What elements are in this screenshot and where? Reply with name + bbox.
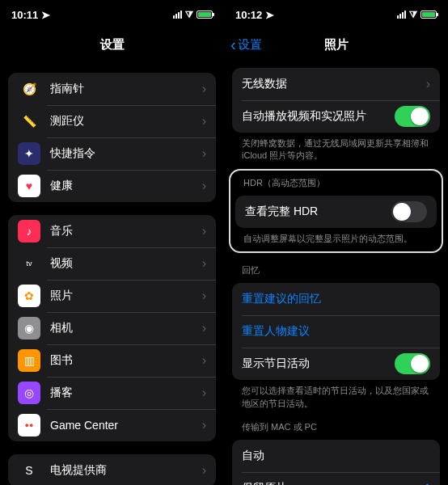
settings-root-panel: 10:11 ➤ ⧩ 设置 🧭指南针›📏测距仪›✦快捷指令›♥健康›♪音乐›tv视… [0, 0, 224, 485]
settings-row[interactable]: ●●Game Center› [8, 409, 216, 441]
show-holiday-row[interactable]: 显示节日活动 [232, 348, 440, 380]
row-label: 快捷指令 [50, 146, 202, 161]
chevron-right-icon: › [202, 146, 206, 161]
nav-bar: 设置 [0, 29, 224, 60]
cellular-group: 无线数据›自动播放视频和实况照片 [232, 68, 440, 133]
chevron-right-icon: › [202, 82, 206, 96]
row-label: 图书 [50, 353, 202, 368]
status-bar: 10:11 ➤ ⧩ [0, 0, 224, 29]
settings-group: ♪音乐›tv视频›✿照片›◉相机›▥图书›◎播客›●●Game Center› [8, 215, 216, 441]
gamecenter-icon: ●● [18, 414, 40, 436]
transfer-option-row[interactable]: 自动 [232, 440, 440, 472]
row-label: 照片 [50, 289, 202, 303]
settings-row[interactable]: ◎播客› [8, 377, 216, 409]
settings-row[interactable]: ◉相机› [8, 312, 216, 344]
chevron-right-icon: › [202, 418, 206, 432]
checkmark-icon: ✓ [420, 480, 430, 485]
row-label: 电视提供商 [50, 463, 202, 478]
holiday-footer: 您可以选择查看适时的节日活动，以及您国家或地区的节日活动。 [224, 380, 448, 410]
chevron-right-icon: › [202, 256, 206, 271]
settings-row[interactable]: S电视提供商› [8, 454, 216, 485]
row-label: 自动 [242, 449, 430, 463]
transfer-option-row[interactable]: 保留原片✓ [232, 472, 440, 485]
settings-group: 🧭指南针›📏测距仪›✦快捷指令›♥健康› [8, 73, 216, 202]
row-label: 查看完整 HDR [245, 205, 391, 219]
settings-row[interactable]: ♪音乐› [8, 215, 216, 247]
cellular-icon [173, 11, 182, 19]
back-label: 设置 [238, 37, 262, 53]
row-label: 健康 [50, 179, 202, 193]
settings-group: S电视提供商› [8, 454, 216, 485]
row-label: 显示节日活动 [242, 356, 395, 371]
chevron-right-icon: › [202, 224, 206, 238]
compass-icon: 🧭 [18, 78, 40, 100]
settings-row[interactable]: tv视频› [8, 247, 216, 280]
row-label: 无线数据 [242, 77, 426, 91]
status-indicators: ⧩ [173, 9, 213, 20]
hdr-footer: 自动调整屏幕以完整显示照片的动态范围。 [230, 228, 442, 245]
hdr-highlight: HDR（高动态范围） 查看完整 HDR 自动调整屏幕以完整显示照片的动态范围。 [229, 169, 443, 253]
battery-icon [421, 11, 437, 19]
toggle[interactable] [395, 106, 430, 127]
tv-icon: tv [18, 252, 40, 275]
wifi-icon: ⧩ [185, 9, 193, 20]
transfer-header: 传输到 MAC 或 PC [224, 410, 448, 436]
row-label: 重置建议的回忆 [242, 292, 430, 306]
chevron-right-icon: › [202, 114, 206, 129]
reset-link-row[interactable]: 重置人物建议 [232, 315, 440, 348]
page-title: 照片 [324, 37, 349, 53]
books-icon: ▥ [18, 349, 40, 372]
row-label: 自动播放视频和实况照片 [242, 109, 395, 124]
chevron-right-icon: › [202, 386, 206, 400]
cellular-footer: 关闭蜂窝数据，通过无线局域网更新共享相簿和 iCloud 照片等内容。 [224, 133, 448, 162]
row-label: 保留原片 [242, 481, 420, 485]
row-label: Game Center [50, 419, 202, 432]
settings-row[interactable]: 无线数据› [232, 68, 440, 100]
podcasts-icon: ◎ [18, 382, 40, 404]
back-button[interactable]: ‹ 设置 [230, 36, 262, 54]
wifi-icon: ⧩ [409, 9, 417, 20]
battery-icon [197, 11, 213, 19]
camera-icon: ◉ [18, 317, 40, 340]
settings-row[interactable]: ✦快捷指令› [8, 137, 216, 170]
photos-icon: ✿ [18, 285, 40, 307]
tvprovider-icon: S [18, 459, 40, 482]
location-icon: ➤ [41, 9, 50, 21]
chevron-right-icon: › [202, 179, 206, 193]
chevron-right-icon: › [426, 77, 430, 91]
settings-row[interactable]: 自动播放视频和实况照片 [232, 100, 440, 133]
view-full-hdr-row[interactable]: 查看完整 HDR [235, 196, 437, 228]
transfer-group: 自动保留原片✓ [232, 440, 440, 485]
music-icon: ♪ [18, 220, 40, 242]
cellular-icon [397, 11, 406, 19]
row-label: 音乐 [50, 224, 202, 238]
settings-row[interactable]: 📏测距仪› [8, 105, 216, 137]
shortcuts-icon: ✦ [18, 142, 40, 165]
location-icon: ➤ [265, 9, 274, 21]
hdr-group: 查看完整 HDR [235, 196, 437, 228]
page-title: 设置 [100, 37, 125, 53]
settings-row[interactable]: ▥图书› [8, 344, 216, 377]
toggle[interactable] [395, 353, 430, 374]
chevron-right-icon: › [202, 321, 206, 335]
hdr-toggle[interactable] [391, 201, 427, 222]
row-label: 播客 [50, 386, 202, 400]
health-icon: ♥ [18, 175, 40, 197]
chevron-right-icon: › [202, 353, 206, 368]
memories-group: 重置建议的回忆重置人物建议显示节日活动 [232, 283, 440, 380]
row-label: 重置人物建议 [242, 324, 430, 339]
settings-row[interactable]: ♥健康› [8, 170, 216, 202]
row-label: 测距仪 [50, 114, 202, 129]
status-time: 10:12 [235, 9, 262, 21]
settings-row[interactable]: 🧭指南针› [8, 73, 216, 105]
status-bar: 10:12 ➤ ⧩ [224, 0, 448, 29]
reset-link-row[interactable]: 重置建议的回忆 [232, 283, 440, 315]
memories-header: 回忆 [224, 253, 448, 280]
row-label: 视频 [50, 256, 202, 271]
settings-row[interactable]: ✿照片› [8, 280, 216, 312]
status-time: 10:11 [11, 9, 38, 21]
hdr-header: HDR（高动态范围） [230, 172, 442, 192]
row-label: 指南针 [50, 82, 202, 96]
photos-settings-panel: 10:12 ➤ ⧩ ‹ 设置 照片 无线数据›自动播放视频和实况照片 关闭蜂窝数… [224, 0, 448, 485]
chevron-left-icon: ‹ [230, 36, 236, 54]
